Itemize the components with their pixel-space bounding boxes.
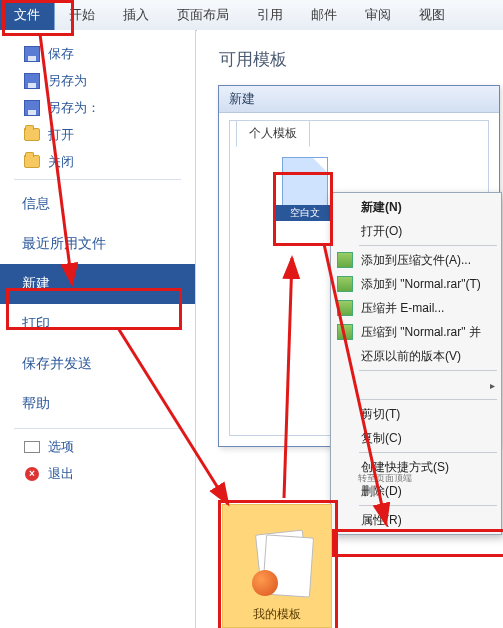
template-label: 空白文	[274, 205, 336, 221]
template-page-icon	[282, 157, 328, 209]
menu-save[interactable]: 保存	[0, 40, 195, 67]
ctx-properties-label: 属性(R)	[361, 512, 402, 529]
close-folder-icon	[24, 154, 40, 170]
menu-options[interactable]: 选项	[0, 433, 195, 460]
rar-icon	[337, 300, 353, 316]
menu-separator-2	[14, 428, 181, 429]
ctx-delete[interactable]: 删除(D)	[331, 479, 501, 503]
ctx-properties[interactable]: 属性(R)	[331, 508, 501, 532]
ctx-copy[interactable]: 复制(C)	[331, 426, 501, 450]
ctx-compress-normal-label: 压缩到 "Normal.rar" 并	[361, 324, 481, 341]
page-top-caption: 转至页面顶端	[358, 472, 412, 485]
ctx-sep	[359, 452, 497, 453]
ctx-sep	[359, 505, 497, 506]
tab-file[interactable]: 文件	[0, 0, 55, 30]
ctx-sep	[359, 399, 497, 400]
menu-save-as-format-label: 另存为：	[48, 99, 100, 117]
ctx-delete-label: 删除(D)	[361, 483, 402, 500]
tab-personal-templates[interactable]: 个人模板	[236, 120, 310, 147]
menu-save-as[interactable]: 另存为	[0, 67, 195, 94]
ctx-open-label: 打开(O)	[361, 223, 402, 240]
menu-close[interactable]: 关闭	[0, 148, 195, 175]
tab-references[interactable]: 引用	[243, 0, 297, 30]
ctx-add-normal-label: 添加到 "Normal.rar"(T)	[361, 276, 481, 293]
context-menu: 新建(N) 打开(O) 添加到压缩文件(A)... 添加到 "Normal.ra…	[330, 192, 502, 535]
menu-exit-label: 退出	[48, 465, 74, 483]
menu-info-label: 信息	[22, 195, 50, 213]
rar-icon	[337, 324, 353, 340]
ctx-copy-label: 复制(C)	[361, 430, 402, 447]
my-templates-caption: 我的模板	[253, 606, 301, 623]
tab-mail[interactable]: 邮件	[297, 0, 351, 30]
ctx-sep	[359, 370, 497, 371]
tab-insert[interactable]: 插入	[109, 0, 163, 30]
exit-icon: ×	[24, 466, 40, 482]
ctx-new-label: 新建(N)	[361, 199, 402, 216]
rar-icon	[337, 252, 353, 268]
menu-save-label: 保存	[48, 45, 74, 63]
ribbon-tabs: 文件 开始 插入 页面布局 引用 邮件 审阅 视图	[0, 0, 503, 31]
ctx-open[interactable]: 打开(O)	[331, 219, 501, 243]
ctx-add-archive-label: 添加到压缩文件(A)...	[361, 252, 471, 269]
tab-page-layout[interactable]: 页面布局	[163, 0, 243, 30]
open-folder-icon	[24, 127, 40, 143]
menu-close-label: 关闭	[48, 153, 74, 171]
menu-save-as-format[interactable]: 另存为：	[0, 94, 195, 121]
ctx-restore-label: 还原以前的版本(V)	[361, 348, 461, 365]
templates-heading: 可用模板	[219, 48, 503, 71]
menu-new[interactable]: 新建	[0, 264, 195, 304]
tab-view[interactable]: 视图	[405, 0, 459, 30]
menu-open[interactable]: 打开	[0, 121, 195, 148]
menu-save-send-label: 保存并发送	[22, 355, 92, 373]
ctx-restore-previous[interactable]: 还原以前的版本(V)	[331, 344, 501, 368]
menu-save-send[interactable]: 保存并发送	[0, 344, 195, 384]
menu-save-as-label: 另存为	[48, 72, 87, 90]
ctx-cut-label: 剪切(T)	[361, 406, 400, 423]
my-templates-tile[interactable]: 我的模板	[222, 504, 332, 628]
menu-separator	[14, 179, 181, 180]
menu-recent-label: 最近所用文件	[22, 235, 106, 253]
ctx-new[interactable]: 新建(N)	[331, 195, 501, 219]
ctx-cut[interactable]: 剪切(T)	[331, 402, 501, 426]
menu-recent[interactable]: 最近所用文件	[0, 224, 195, 264]
ctx-send-to[interactable]: x	[331, 373, 501, 397]
ctx-add-normal[interactable]: 添加到 "Normal.rar"(T)	[331, 272, 501, 296]
menu-help[interactable]: 帮助	[0, 384, 195, 424]
options-icon	[24, 439, 40, 455]
new-dialog-title: 新建	[219, 86, 499, 113]
file-menu-panel: 保存 另存为 另存为： 打开 关闭 信息 最近所用文件 新建 打印 保存并发送 …	[0, 30, 196, 628]
save-as-icon	[24, 73, 40, 89]
save-icon	[24, 46, 40, 62]
menu-new-label: 新建	[22, 275, 50, 293]
menu-options-label: 选项	[48, 438, 74, 456]
menu-exit[interactable]: × 退出	[0, 460, 195, 487]
menu-info[interactable]: 信息	[0, 184, 195, 224]
ctx-create-shortcut[interactable]: 创建快捷方式(S)	[331, 455, 501, 479]
ctx-compress-email[interactable]: 压缩并 E-mail...	[331, 296, 501, 320]
tab-home[interactable]: 开始	[55, 0, 109, 30]
ctx-add-archive[interactable]: 添加到压缩文件(A)...	[331, 248, 501, 272]
menu-print[interactable]: 打印	[0, 304, 195, 344]
templates-stack-icon	[244, 528, 310, 600]
rar-icon	[337, 276, 353, 292]
menu-print-label: 打印	[22, 315, 50, 333]
ctx-compress-normal[interactable]: 压缩到 "Normal.rar" 并	[331, 320, 501, 344]
tab-review[interactable]: 审阅	[351, 0, 405, 30]
ctx-sep	[359, 245, 497, 246]
template-blank-doc[interactable]: 空白文	[278, 157, 332, 219]
menu-open-label: 打开	[48, 126, 74, 144]
save-as-format-icon	[24, 100, 40, 116]
menu-help-label: 帮助	[22, 395, 50, 413]
ctx-compress-email-label: 压缩并 E-mail...	[361, 300, 444, 317]
